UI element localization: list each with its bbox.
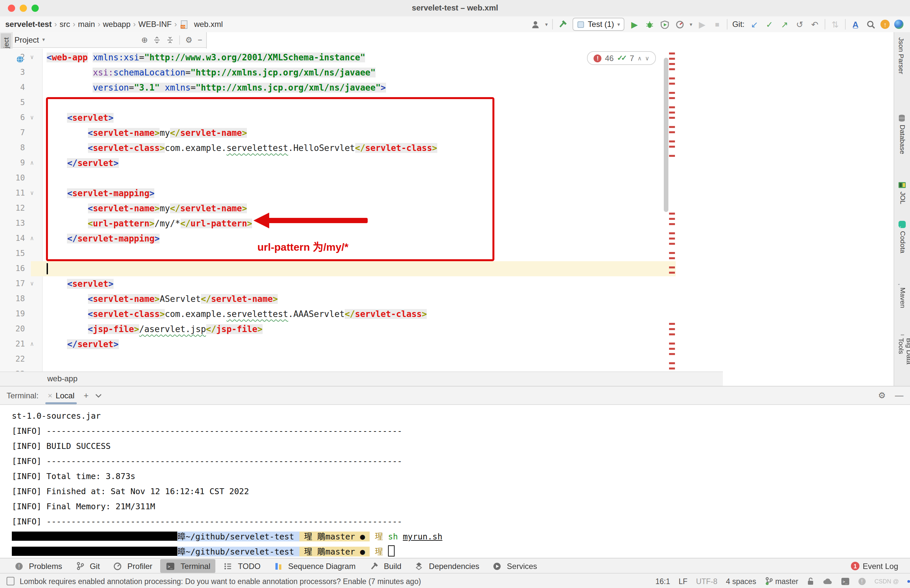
file-encoding[interactable]: UTF-8 [696,577,717,585]
run-configuration-select[interactable]: Test (1) ▾ [573,18,625,31]
terminal-dropdown-icon[interactable] [95,393,102,397]
tool-stripe-big-data-tools[interactable]: DBig Data Tools [896,323,910,386]
ide-window: servelet-test – web.xml servelet-test›sr… [0,0,910,588]
user-dropdown-icon[interactable]: ▾ [545,21,548,27]
build-hammer-icon[interactable] [558,19,568,29]
tool-stripe-maven[interactable]: mMaven [896,273,910,312]
git-branch-icon [76,562,84,570]
tool-stripe-label: Database [899,124,907,154]
terminal-output[interactable]: st-1.0-sources.jar[INFO] ---------------… [0,405,910,559]
fold-end-icon[interactable]: ∧ [30,155,34,171]
new-terminal-session-icon[interactable]: + [84,391,89,400]
fold-start-icon[interactable]: ∨ [30,186,34,201]
tool-stripe-jol[interactable]: JOL [896,178,910,209]
code-text: xsi:schemaLocation="http://xmlns.jcp.org… [47,65,376,80]
git-branch-widget[interactable]: master [764,577,798,585]
expand-all-icon[interactable] [153,36,161,44]
toolwindow-git[interactable]: Git [70,559,105,573]
line-number: 5 [0,95,25,110]
breadcrumb-file[interactable]: web.xml [194,20,223,29]
terminal-label: Terminal: [6,391,39,400]
toolwindow-services[interactable]: Services [487,559,542,573]
terminal-status-icon[interactable]: >_ [841,577,850,585]
editor-scrollbar-thumb[interactable] [664,58,669,212]
code-text: <servlet-mapping> [47,186,155,201]
debug-button[interactable] [644,19,655,29]
toolwindow-todo[interactable]: TODO [218,559,266,573]
user-icon[interactable] [530,19,541,29]
terminal-hide-icon[interactable]: — [895,391,904,400]
toolwindow-terminal[interactable]: >_Terminal [160,559,216,573]
git-push-button[interactable]: ↗ [779,19,790,29]
toolwindow-label: Services [507,561,537,570]
error-stripe-mark [669,68,675,70]
update-available-icon[interactable]: ↑ [881,20,890,29]
line-separator[interactable]: LF [678,577,687,585]
breadcrumb-item[interactable]: src [60,20,70,29]
fold-start-icon[interactable]: ∨ [30,276,34,291]
next-error-icon[interactable]: ∨ [645,55,649,61]
breadcrumb-item[interactable]: webapp [103,20,130,29]
fold-start-icon[interactable]: ∨ [30,110,34,125]
tool-stripe-codota[interactable]: >.Codota [896,216,910,257]
git-history-icon[interactable]: ↺ [795,19,805,29]
settings-gear-icon[interactable]: ⚙ [185,35,193,44]
inspections-widget[interactable]: !46✓✓7∧∨ [587,51,656,65]
tool-stripe-database[interactable]: Database [896,110,909,158]
breadcrumb-item[interactable]: main [78,20,95,29]
caret-position[interactable]: 16:1 [656,577,670,585]
prompt-path: 暲~/github/servelet-test [177,531,299,541]
run-with-coverage-button[interactable] [659,19,670,29]
error-stripe-mark [669,243,675,244]
svg-text:>_: >_ [168,564,173,569]
tool-stripe-json-parser[interactable]: Json Parser [896,34,907,78]
toolwindow-dependencies[interactable]: Dependencies [410,559,484,573]
toolwindow-problems[interactable]: !Problems [9,559,67,573]
cloud-settings-icon[interactable] [823,577,832,585]
error-stripe-mark [669,58,675,60]
fold-end-icon[interactable]: ∧ [30,337,34,352]
toolwindow-build[interactable]: Build [363,559,406,573]
git-update-button[interactable]: ↙ [749,19,759,29]
project-view-dropdown-icon[interactable]: ▾ [42,37,45,43]
event-log-button[interactable]: 1Event Log [851,561,910,570]
error-stripe-mark [669,362,675,364]
status-message[interactable]: Lombok requires enabled annotation proce… [20,577,421,585]
git-rollback-icon[interactable]: ↶ [810,19,820,29]
locate-file-icon[interactable]: ⊕ [141,35,148,44]
plugin-sphere-icon[interactable] [894,20,904,29]
search-everywhere-icon[interactable] [865,19,876,29]
collapse-all-icon[interactable] [166,36,174,44]
toolwindow-sequence-diagram[interactable]: Sequence Diagram [269,559,361,573]
terminal-line: [INFO] ---------------------------------… [12,423,910,438]
code-editor[interactable]: 2∨<web-app xmlns:xsi="http://www.w3.org/… [0,48,675,372]
prev-error-icon[interactable]: ∧ [638,55,642,61]
editor-breadcrumb[interactable]: web-app [0,372,723,386]
run-button[interactable]: ▶ [629,19,640,29]
profiler-button[interactable] [675,19,685,29]
project-view-title[interactable]: Project [15,35,39,44]
breadcrumb-item[interactable]: WEB-INF [139,20,172,29]
fold-end-icon[interactable]: ∧ [30,231,34,246]
translate-icon[interactable]: A̲ [850,19,861,29]
terminal-tab-local[interactable]: × Local [45,386,77,404]
profiler-dropdown-icon[interactable]: ▾ [690,21,692,27]
close-terminal-tab-icon[interactable]: × [48,391,52,400]
toolwindow-profiler[interactable]: Profiler [108,559,157,573]
notification-muted-icon[interactable]: ! [858,577,866,585]
main-area: ProjectStructurePull RequestsBookmarks P… [0,32,910,386]
code-line-12: 12 <servlet-name>my</servlet-name> [0,201,675,216]
breadcrumb-item[interactable]: servelet-test [5,20,52,29]
code-line-11: 11∨ <servlet-mapping> [0,186,675,201]
code-text: </servlet> [47,337,118,352]
terminal-prompt-line: 暲~/github/servelet-test 瑆 鵰master ● 瑆 [12,544,910,559]
fold-start-icon[interactable]: ∨ [30,50,34,65]
indent-setting[interactable]: 4 spaces [726,577,756,585]
code-text: </servlet> [47,155,118,171]
unlock-icon[interactable] [807,577,814,585]
hide-panel-icon[interactable]: − [198,35,202,44]
terminal-settings-gear-icon[interactable]: ⚙ [878,391,886,400]
git-commit-button[interactable]: ✓ [764,19,775,29]
maven-icon: m [898,277,906,285]
stop-button: ■ [712,19,722,29]
